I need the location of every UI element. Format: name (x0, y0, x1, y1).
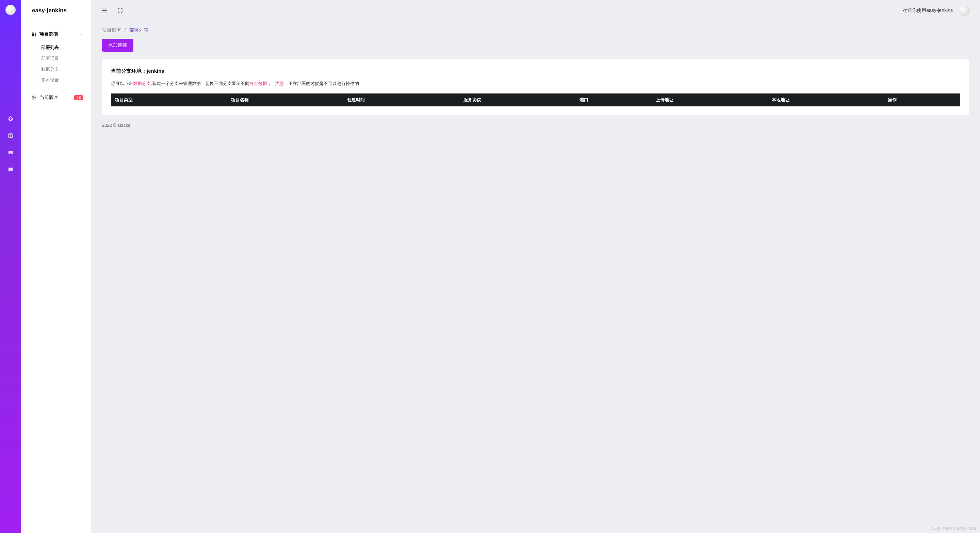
svg-rect-7 (33, 35, 34, 36)
globe-icon (31, 95, 36, 100)
apps-icon (31, 32, 36, 37)
desc-link-branch[interactable]: 数据分支 (133, 81, 151, 86)
desc-link-branch-data[interactable]: 分支数据 (250, 81, 267, 86)
desc-text: 你可以点击 (111, 81, 133, 86)
col-local-address: 本地地址 (768, 94, 884, 106)
desc-warn-label: 注意： (275, 81, 288, 86)
globe-icon[interactable] (8, 133, 14, 139)
svg-rect-2 (35, 33, 36, 34)
card: 当前分支环境：jenkins 你可以点击数据分支,新建一个分支来管理数据，切换不… (102, 59, 969, 115)
footer: 2022 © stacks (102, 123, 969, 128)
nav-children: 部署列表 部署记录 数据分支 基本设置 (34, 41, 91, 87)
svg-rect-8 (35, 35, 36, 36)
breadcrumb-separator: / (124, 27, 126, 33)
user-avatar[interactable] (959, 5, 970, 16)
side-rail (0, 0, 21, 533)
svg-rect-0 (32, 33, 33, 34)
inbox-icon[interactable] (8, 149, 14, 156)
watermark: CSDN @来自上海的这位朋友 (932, 526, 977, 531)
sidebar-header: easy-jenkins (21, 0, 91, 21)
nav-item-deploy-list[interactable]: 部署列表 (34, 42, 91, 53)
welcome-text: 欢迎你使用easy-jenkins (902, 8, 953, 14)
table-head: 项目类型 项目名称 创建时间 服务协议 端口 上传地址 本地地址 操作 (111, 94, 960, 106)
nav-item-deploy-record[interactable]: 部署记录 (34, 53, 91, 64)
add-connection-button[interactable]: 添加连接 (102, 39, 134, 52)
breadcrumb: 项目部署 / 部署列表 (102, 27, 969, 33)
card-description: 你可以点击数据分支,新建一个分支来管理数据，切换不同分支显示不同分支数据， 注意… (111, 81, 960, 87)
chevron-down-icon (79, 32, 83, 36)
breadcrumb-current: 部署列表 (129, 27, 148, 33)
nav-item-label: 部署列表 (41, 45, 59, 50)
col-create-time: 创建时间 (343, 94, 459, 106)
nav-item-label: 部署记录 (41, 56, 59, 61)
col-port: 端口 (576, 94, 652, 106)
svg-rect-4 (33, 34, 34, 35)
col-service-protocol: 服务协议 (460, 94, 576, 106)
nav-item-label: 数据分支 (41, 67, 59, 72)
app-name: easy-jenkins (32, 7, 67, 14)
main: 欢迎你使用easy-jenkins 项目部署 / 部署列表 添加连接 当前分支环… (91, 0, 980, 533)
svg-rect-1 (33, 33, 34, 34)
deploy-table: 项目类型 项目名称 创建时间 服务协议 端口 上传地址 本地地址 操作 (111, 94, 960, 106)
desc-text: ， (267, 81, 272, 86)
fullscreen-icon[interactable] (117, 8, 123, 14)
menu-icon[interactable] (102, 8, 108, 14)
col-actions: 操作 (884, 94, 960, 106)
col-project-name: 项目名称 (227, 94, 343, 106)
svg-rect-3 (32, 34, 33, 35)
svg-rect-5 (35, 34, 36, 35)
content: 项目部署 / 部署列表 添加连接 当前分支环境：jenkins 你可以点击数据分… (91, 21, 980, 533)
svg-rect-6 (32, 35, 33, 36)
table-header-row: 项目类型 项目名称 创建时间 服务协议 端口 上传地址 本地地址 操作 (111, 94, 960, 106)
desc-warn-text: 正在部署的时候是不可以进行操作的 (288, 81, 359, 86)
rocket-icon[interactable] (8, 116, 14, 122)
breadcrumb-parent[interactable]: 项目部署 (102, 27, 121, 33)
col-project-type: 项目类型 (111, 94, 227, 106)
version-badge: 1.0 (74, 95, 83, 100)
nav-parent-label: 项目部署 (40, 31, 59, 37)
topbar: 欢迎你使用easy-jenkins (91, 0, 980, 21)
desc-text: ,新建一个分支来管理数据，切换不同分支显示不同 (151, 81, 250, 86)
chat-icon[interactable] (8, 167, 14, 173)
nav-item-basic-settings[interactable]: 基本设置 (34, 75, 91, 86)
nav-item-label: 基本设置 (41, 78, 59, 82)
col-upload-address: 上传地址 (652, 94, 768, 106)
rail-avatar[interactable] (5, 5, 16, 15)
nav-item-data-branch[interactable]: 数据分支 (34, 64, 91, 75)
sidebar: easy-jenkins 项目部署 部署列表 部署记录 数据分支 基本设置 当前… (21, 0, 91, 533)
nav-parent-deploy[interactable]: 项目部署 (21, 28, 91, 41)
nav: 项目部署 部署列表 部署记录 数据分支 基本设置 当前版本 1.0 (21, 21, 91, 111)
nav-version[interactable]: 当前版本 1.0 (21, 87, 91, 104)
nav-version-label: 当前版本 (40, 95, 59, 101)
card-title: 当前分支环境：jenkins (111, 68, 960, 75)
